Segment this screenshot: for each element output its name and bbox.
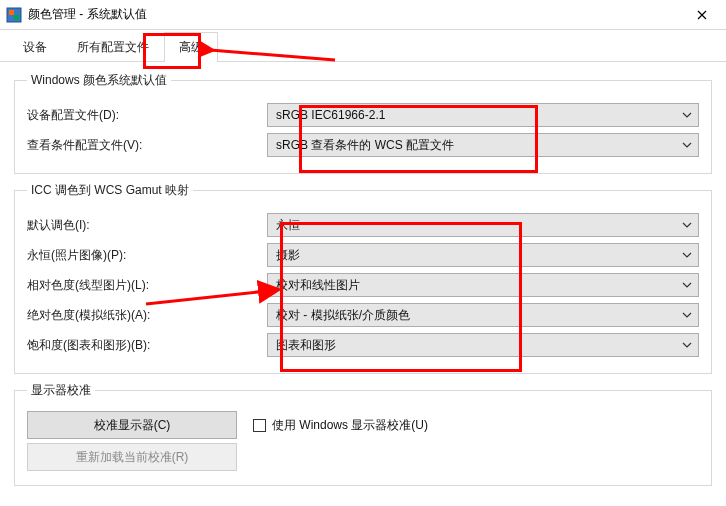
- dropdown-relative-colorimetric[interactable]: 校对和线性图片: [267, 273, 699, 297]
- svg-rect-2: [14, 15, 19, 20]
- group-legend: 显示器校准: [27, 382, 95, 399]
- checkbox-label: 使用 Windows 显示器校准(U): [272, 417, 428, 434]
- dropdown-value: 校对和线性图片: [276, 277, 360, 294]
- content-area: Windows 颜色系统默认值 设备配置文件(D): sRGB IEC61966…: [0, 62, 726, 498]
- label-default-rendering: 默认调色(I):: [27, 217, 267, 234]
- group-windows-color-defaults: Windows 颜色系统默认值 设备配置文件(D): sRGB IEC61966…: [14, 72, 712, 174]
- svg-rect-1: [9, 10, 14, 15]
- chevron-down-icon: [682, 252, 692, 258]
- dropdown-value: 永恒: [276, 217, 300, 234]
- chevron-down-icon: [682, 112, 692, 118]
- row-relative-colorimetric: 相对色度(线型图片)(L): 校对和线性图片: [27, 273, 699, 297]
- row-device-profile: 设备配置文件(D): sRGB IEC61966-2.1: [27, 103, 699, 127]
- tab-all-profiles[interactable]: 所有配置文件: [62, 32, 164, 62]
- group-legend: Windows 颜色系统默认值: [27, 72, 171, 89]
- tab-device[interactable]: 设备: [8, 32, 62, 62]
- use-windows-calibration-checkbox[interactable]: 使用 Windows 显示器校准(U): [253, 417, 428, 434]
- row-default-rendering: 默认调色(I): 永恒: [27, 213, 699, 237]
- row-reload: 重新加载当前校准(R): [27, 443, 699, 471]
- window-title: 颜色管理 - 系统默认值: [28, 6, 679, 23]
- label-perceptual: 永恒(照片图像)(P):: [27, 247, 267, 264]
- dropdown-value: sRGB 查看条件的 WCS 配置文件: [276, 137, 454, 154]
- dropdown-perceptual[interactable]: 摄影: [267, 243, 699, 267]
- dropdown-device-profile[interactable]: sRGB IEC61966-2.1: [267, 103, 699, 127]
- checkbox-icon: [253, 419, 266, 432]
- dropdown-default-rendering[interactable]: 永恒: [267, 213, 699, 237]
- group-legend: ICC 调色到 WCS Gamut 映射: [27, 182, 193, 199]
- tab-advanced[interactable]: 高级: [164, 32, 218, 62]
- calibrate-display-button[interactable]: 校准显示器(C): [27, 411, 237, 439]
- reload-calibration-button: 重新加载当前校准(R): [27, 443, 237, 471]
- chevron-down-icon: [682, 142, 692, 148]
- group-display-calibration: 显示器校准 校准显示器(C) 使用 Windows 显示器校准(U) 重新加载当…: [14, 382, 712, 486]
- label-absolute-colorimetric: 绝对色度(模拟纸张)(A):: [27, 307, 267, 324]
- chevron-down-icon: [682, 312, 692, 318]
- label-device-profile: 设备配置文件(D):: [27, 107, 267, 124]
- dropdown-value: 摄影: [276, 247, 300, 264]
- dropdown-viewing-cond-profile[interactable]: sRGB 查看条件的 WCS 配置文件: [267, 133, 699, 157]
- dropdown-value: 校对 - 模拟纸张/介质颜色: [276, 307, 410, 324]
- dropdown-value: 图表和图形: [276, 337, 336, 354]
- group-icc-wcs-mapping: ICC 调色到 WCS Gamut 映射 默认调色(I): 永恒 永恒(照片图像…: [14, 182, 712, 374]
- label-viewing-cond-profile: 查看条件配置文件(V):: [27, 137, 267, 154]
- dropdown-value: sRGB IEC61966-2.1: [276, 108, 385, 122]
- tab-strip: 设备 所有配置文件 高级: [0, 30, 726, 62]
- dropdown-saturation[interactable]: 图表和图形: [267, 333, 699, 357]
- row-saturation: 饱和度(图表和图形)(B): 图表和图形: [27, 333, 699, 357]
- label-relative-colorimetric: 相对色度(线型图片)(L):: [27, 277, 267, 294]
- chevron-down-icon: [682, 222, 692, 228]
- row-perceptual: 永恒(照片图像)(P): 摄影: [27, 243, 699, 267]
- chevron-down-icon: [682, 282, 692, 288]
- close-button[interactable]: [679, 0, 724, 29]
- row-viewing-cond-profile: 查看条件配置文件(V): sRGB 查看条件的 WCS 配置文件: [27, 133, 699, 157]
- app-icon: [6, 7, 22, 23]
- titlebar: 颜色管理 - 系统默认值: [0, 0, 726, 30]
- row-absolute-colorimetric: 绝对色度(模拟纸张)(A): 校对 - 模拟纸张/介质颜色: [27, 303, 699, 327]
- row-calibrate: 校准显示器(C) 使用 Windows 显示器校准(U): [27, 411, 699, 439]
- dropdown-absolute-colorimetric[interactable]: 校对 - 模拟纸张/介质颜色: [267, 303, 699, 327]
- label-saturation: 饱和度(图表和图形)(B):: [27, 337, 267, 354]
- chevron-down-icon: [682, 342, 692, 348]
